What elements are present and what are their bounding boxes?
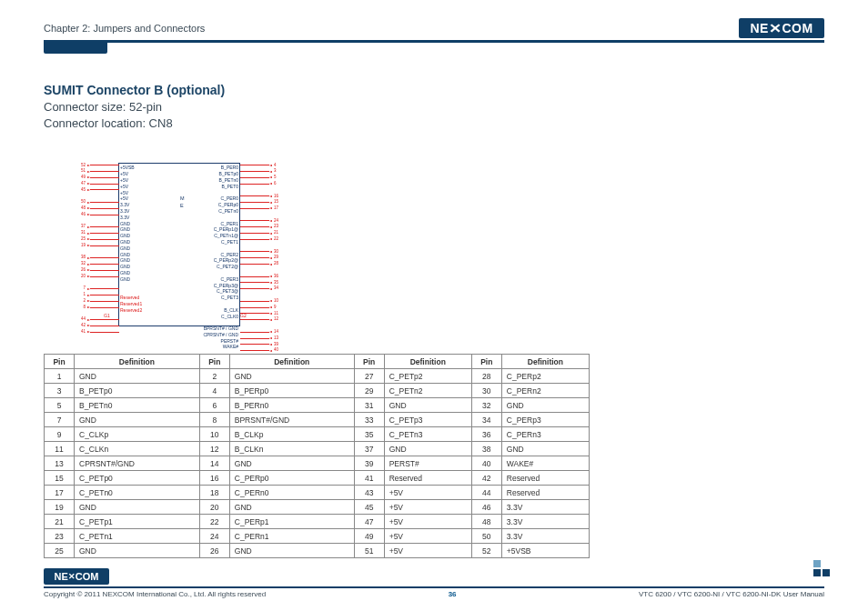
pin-cell: 29 [354,384,384,398]
table-header: Pin [354,355,384,369]
pin-cell: 10 [199,427,229,442]
definition-cell: C_PETp2 [384,369,471,384]
definition-cell: C_PERn2 [501,384,589,398]
table-row: 21C_PETp122C_PERp147+5V483.3V [45,515,590,529]
footer-squares-icon [813,560,830,576]
definition-cell: B_PERn0 [229,398,354,413]
pin-cell: 20 [199,500,229,515]
definition-cell: +5VSB [501,544,589,558]
definition-cell: C_PETp0 [75,471,200,486]
definition-cell: C_PETp3 [384,413,471,427]
pin-cell: 47 [354,515,384,529]
definition-cell: GND [75,413,200,427]
pin-cell: 40 [471,456,501,471]
table-header: Pin [45,355,75,369]
definition-cell: WAKE# [501,456,589,471]
definition-cell: GND [384,442,471,456]
pin-cell: 23 [45,529,75,544]
definition-cell: +5V [384,529,471,544]
pin-cell: 4 [199,384,229,398]
pin-cell: 11 [45,442,75,456]
pin-cell: 34 [471,413,501,427]
diagram-right-labels: B_PER0B_PETp0B_PETn0B_PET0C_PER0C_PERp0C… [197,165,238,350]
definition-cell: C_PERn1 [229,529,354,544]
pin-cell: 26 [199,544,229,558]
table-row: 9C_CLKp10B_CLKp35C_PETn336C_PERn3 [45,427,590,442]
pin-cell: 21 [45,515,75,529]
table-row: 7GND8BPRSNT#/GND33C_PETp334C_PERp3 [45,413,590,427]
definition-cell: Reserved [384,471,471,486]
definition-cell: GND [384,398,471,413]
pin-cell: 3 [45,384,75,398]
pin-cell: 17 [45,486,75,500]
definition-cell: +5V [384,515,471,529]
manual-title: VTC 6200 / VTC 6200-NI / VTC 6200-NI-DK … [639,590,824,598]
definition-cell: +5V [384,500,471,515]
pin-cell: 33 [354,413,384,427]
pin-cell: 27 [354,369,384,384]
header-tab [44,43,107,54]
table-row: 13CPRSNT#/GND14GND39PERST#40WAKE# [45,456,590,471]
header-rule [44,40,824,43]
definition-cell: C_PERp0 [229,471,354,486]
definition-cell: B_PETn0 [75,398,200,413]
pin-cell: 50 [471,529,501,544]
definition-cell: 3.3V [501,500,589,515]
table-header: Pin [199,355,229,369]
definition-cell: +5V [384,486,471,500]
table-row: 17C_PETn018C_PERn043+5V44Reserved [45,486,590,500]
definition-cell: C_CLKp [75,427,200,442]
pin-cell: 12 [199,442,229,456]
definition-cell: CPRSNT#/GND [75,456,200,471]
pin-cell: 49 [354,529,384,544]
diagram-left-labels: +5VSB+5V+5V+5V+5V+5V3.3V3.3V3.3VGNDGNDGN… [120,165,142,326]
pin-cell: 15 [45,471,75,486]
pin-cell: 14 [199,456,229,471]
definition-cell: B_PERp0 [229,384,354,398]
pin-cell: 13 [45,456,75,471]
definition-cell: B_CLKp [229,427,354,442]
definition-cell: PERST# [384,456,471,471]
pin-cell: 2 [199,369,229,384]
pin-cell: 24 [199,529,229,544]
pin-cell: 25 [45,544,75,558]
definition-cell: GND [75,544,200,558]
pin-cell: 32 [471,398,501,413]
pin-cell: 5 [45,398,75,413]
table-row: 23C_PETn124C_PERn149+5V503.3V [45,529,590,544]
connector-diagram: M E G1 G2 +5VSB+5V+5V+5V+5V+5V3.3V3.3V3.… [44,159,317,328]
pin-cell: 7 [45,413,75,427]
connector-location: Connector location: CN8 [44,115,824,132]
pin-cell: 8 [199,413,229,427]
pinout-table: PinDefinitionPinDefinitionPinDefinitionP… [44,354,590,558]
pin-cell: 30 [471,384,501,398]
diagram-right-pins: 4356161517242321223029283635341091112141… [240,162,287,354]
definition-cell: GND [75,500,200,515]
pin-cell: 52 [471,544,501,558]
block-label: E [180,203,185,209]
definition-cell: Reserved [501,471,589,486]
pin-cell: 19 [45,500,75,515]
definition-cell: GND [229,369,354,384]
definition-cell: C_PETp1 [75,515,200,529]
definition-cell: +5V [384,544,471,558]
definition-cell: C_PERn0 [229,486,354,500]
definition-cell: C_PETn0 [75,486,200,500]
copyright: Copyright © 2011 NEXCOM International Co… [44,590,266,598]
section-title: SUMIT Connector B (optional) [44,83,824,97]
table-header: Pin [471,355,501,369]
connector-size: Connector size: 52-pin [44,99,824,115]
footer-rule [44,586,824,589]
pin-cell: 43 [354,486,384,500]
pin-cell: 6 [199,398,229,413]
table-row: 5B_PETn06B_PERn031GND32GND [45,398,590,413]
pin-cell: 44 [471,486,501,500]
pin-cell: 45 [354,500,384,515]
pin-cell: 48 [471,515,501,529]
pin-cell: 31 [354,398,384,413]
table-row: 25GND26GND51+5V52+5VSB [45,544,590,558]
pin-cell: 28 [471,369,501,384]
definition-cell: GND [229,544,354,558]
table-header: Definition [229,355,354,369]
page-number: 36 [449,590,457,598]
